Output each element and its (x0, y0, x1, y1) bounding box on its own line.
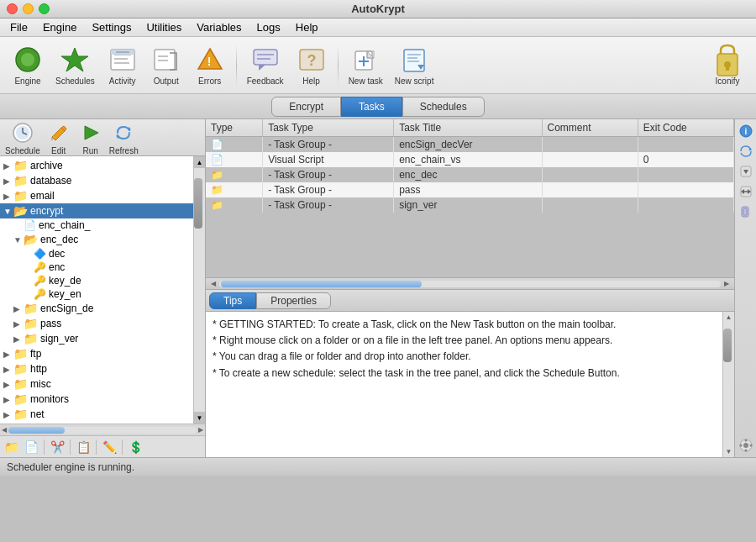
bottom-vscroll[interactable]: ▲ ▼ (722, 312, 734, 457)
side-down-button[interactable] (738, 163, 754, 180)
side-refresh-button[interactable] (738, 143, 754, 160)
menu-variables[interactable]: Variables (190, 19, 248, 35)
script-icon-dec: 🔷 (34, 248, 46, 260)
menu-settings[interactable]: Settings (85, 19, 138, 35)
strip-icon-edit[interactable]: ✏️ (100, 438, 118, 456)
table-hscroll[interactable]: ◀ ▶ (206, 277, 734, 289)
tree-item-dec[interactable]: 🔷 dec (0, 247, 193, 260)
strip-icon-paste[interactable]: 📋 (74, 438, 92, 456)
tree-item-enc-chain[interactable]: 📄 enc_chain_ (0, 218, 193, 232)
table-row[interactable]: 📁 - Task Group - sign_ver (206, 197, 734, 213)
minimize-button[interactable] (23, 3, 34, 14)
tree-vscroll[interactable]: ▲ ▼ (193, 156, 205, 424)
toolbar-activity[interactable]: Activity (102, 41, 144, 89)
toolbar-newscript[interactable]: New script (390, 41, 439, 89)
strip-icon-1[interactable]: 📁 (2, 438, 20, 456)
schedules-label: Schedules (55, 76, 95, 86)
table-row[interactable]: 📄 Visual Script enc_chain_vs 0 (206, 152, 734, 167)
data-table-container[interactable]: Type Task Type Task Title Comment Exit C… (206, 119, 734, 277)
menu-help[interactable]: Help (289, 19, 325, 35)
window: AutoKrypt File Engine Settings Utilities… (0, 0, 756, 476)
scroll-down[interactable]: ▼ (194, 412, 206, 424)
tab-tasks[interactable]: Tasks (341, 97, 402, 117)
tree-item-net[interactable]: ▶ 📁 net (0, 407, 193, 422)
tree-item-archive[interactable]: ▶ 📁 archive (0, 158, 193, 173)
strip-icon-cut[interactable]: ✂️ (48, 438, 66, 456)
tab-schedules[interactable]: Schedules (402, 97, 485, 117)
side-info-button[interactable]: i (738, 123, 754, 139)
tree-item-email[interactable]: ▶ 📁 email (0, 188, 193, 203)
scroll-up[interactable]: ▲ (194, 156, 206, 168)
bottom-scroll-down[interactable]: ▼ (724, 446, 734, 457)
arrow-ftp: ▶ (3, 350, 13, 359)
toolbar-output[interactable]: Output (145, 41, 187, 89)
left-scroll-right[interactable]: ▶ (198, 426, 203, 434)
table-row[interactable]: 📁 - Task Group - pass (206, 182, 734, 197)
tree-item-pass[interactable]: ▶ 📁 pass (0, 316, 193, 331)
toolbar-help[interactable]: ? Help (291, 41, 333, 89)
tree-item-misc[interactable]: ▶ 📁 misc (0, 376, 193, 392)
side-settings-button[interactable] (738, 437, 754, 454)
tree-item-database[interactable]: ▶ 📁 database (0, 173, 193, 188)
main-tab-bar: Encrypt Tasks Schedules (0, 94, 756, 119)
cell-tasktitle-1: enc_chain_vs (394, 152, 542, 167)
tree-item-key-en[interactable]: 🔑 key_en (0, 287, 193, 301)
tree-item-ftp[interactable]: ▶ 📁 ftp (0, 346, 193, 361)
toolbar-newtask[interactable]: New task (344, 41, 388, 89)
left-icon-strip: 📁 📄 ✂️ 📋 ✏️ 💲 (0, 435, 205, 457)
tree-item-encsign[interactable]: ▶ 📁 encSign_de (0, 301, 193, 316)
table-row[interactable]: 📄 - Task Group - encSign_decVer (206, 137, 734, 153)
table-scroll[interactable]: Type Task Type Task Title Comment Exit C… (206, 119, 734, 457)
tree-item-enc-dec[interactable]: ▼ 📂 enc_dec (0, 232, 193, 247)
tree-item-encrypt[interactable]: ▼ 📂 encrypt (0, 203, 193, 218)
side-swap-button[interactable] (738, 183, 754, 200)
maximize-button[interactable] (39, 3, 50, 14)
activity-icon (108, 45, 138, 75)
menu-logs[interactable]: Logs (250, 19, 287, 35)
toolbar-iconify[interactable]: Iconify (706, 41, 749, 89)
hscroll-right[interactable]: ▶ (721, 278, 732, 290)
folder-icon-archive: 📁 (13, 159, 28, 172)
strip-icon-2[interactable]: 📄 (22, 438, 40, 456)
tab-properties[interactable]: Properties (256, 292, 331, 309)
left-scroll-left[interactable]: ◀ (2, 426, 7, 434)
folder-icon-enc-dec: 📂 (24, 233, 38, 246)
toolbar-feedback[interactable]: Feedback (242, 41, 289, 89)
tree-item-sign-ver[interactable]: ▶ 📁 sign_ver (0, 331, 193, 346)
toolbar-engine[interactable]: Engine (7, 41, 49, 89)
tab-encrypt[interactable]: Encrypt (271, 97, 341, 117)
table-row[interactable]: 📁 - Task Group - enc_dec (206, 167, 734, 182)
tree-item-monitors[interactable]: ▶ 📁 monitors (0, 392, 193, 407)
strip-icon-dollar[interactable]: 💲 (126, 438, 144, 456)
hscroll-left[interactable]: ◀ (207, 278, 219, 290)
run-button[interactable] (77, 119, 104, 146)
menu-utilities[interactable]: Utilities (139, 19, 188, 35)
side-attach-button[interactable] (738, 203, 754, 220)
edit-button[interactable] (45, 119, 72, 146)
left-hscroll[interactable]: ◀ ▶ (0, 424, 205, 435)
cell-type-4: 📁 (206, 197, 263, 213)
cell-type-0: 📄 (206, 137, 263, 153)
scroll-thumb[interactable] (194, 178, 202, 229)
tree-item-http[interactable]: ▶ 📁 http (0, 361, 193, 376)
menu-file[interactable]: File (3, 19, 34, 35)
table-area: Type Task Type Task Title Comment Exit C… (206, 119, 756, 457)
tree-label-encrypt: encrypt (30, 205, 63, 217)
menu-engine[interactable]: Engine (36, 19, 83, 35)
file-tree[interactable]: ▶ 📁 archive ▶ 📁 database ▶ 📁 email (0, 156, 193, 424)
close-button[interactable] (7, 3, 18, 14)
tree-item-enc[interactable]: 🔑 enc (0, 260, 193, 274)
main-body: Schedule Edit (0, 119, 756, 457)
arrow-email: ▶ (3, 192, 13, 201)
tree-item-key-de[interactable]: 🔑 key_de (0, 274, 193, 287)
tab-tips[interactable]: Tips (209, 292, 256, 309)
bottom-scroll-up[interactable]: ▲ (724, 312, 734, 323)
window-title: AutoKrypt (351, 3, 405, 15)
refresh-button[interactable] (110, 119, 137, 146)
bottom-scroll-thumb[interactable] (723, 329, 732, 362)
toolbar-schedules[interactable]: Schedules (50, 41, 100, 89)
schedule-button[interactable] (9, 119, 36, 146)
svg-point-53 (739, 445, 742, 447)
tip-line-2: * You can drag a file or folder and drop… (213, 349, 716, 365)
toolbar-errors[interactable]: ! Errors (189, 41, 231, 89)
